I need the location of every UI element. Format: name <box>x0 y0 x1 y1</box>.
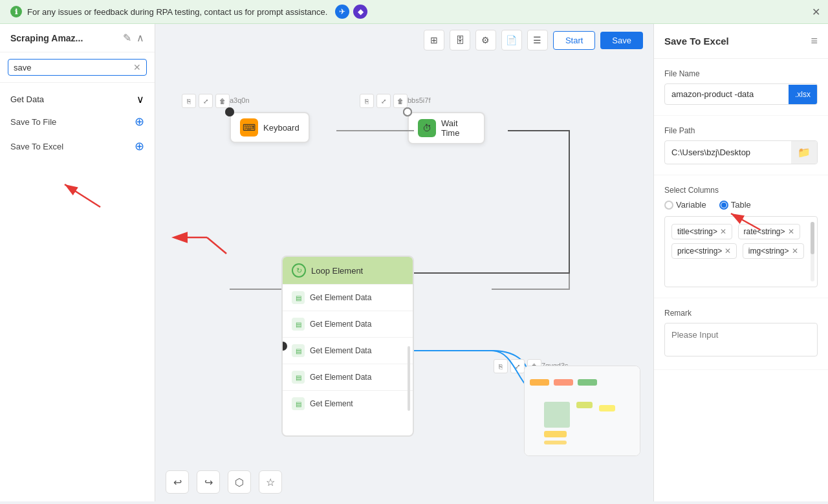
keyboard-node-label: Keyboard <box>263 123 300 133</box>
wait-node-id: bbs5i7f <box>408 96 430 104</box>
mini-block-8 <box>544 441 567 444</box>
panel-menu-icon[interactable]: ≡ <box>811 34 818 48</box>
wait-delete-btn[interactable]: 🗑 <box>393 94 408 108</box>
folder-icon[interactable]: 📁 <box>791 141 817 164</box>
wait-node-label: Wait Time <box>441 118 475 138</box>
right-panel-title: Save To Excel <box>664 36 729 47</box>
sidebar-item-save-to-excel[interactable]: Save To Excel ⊕ <box>0 134 155 159</box>
columns-scrollbar[interactable] <box>811 222 814 281</box>
discord-icon[interactable]: ◆ <box>353 5 367 19</box>
database-icon-btn[interactable]: 🗄 <box>450 30 470 50</box>
column-tag-rate-label: rate<string> <box>744 227 785 236</box>
keyboard-copy-btn[interactable]: ⎘ <box>182 94 196 108</box>
excel-copy-btn[interactable]: ⎘ <box>494 359 508 373</box>
select-columns-label: Select Columns <box>664 186 818 195</box>
canvas-toolbar: ⊞ 🗄 ⚙ 📄 ☰ Start Save <box>155 24 653 56</box>
loop-item-4-icon: ▤ <box>292 397 305 410</box>
search-clear-button[interactable]: ✕ <box>133 62 141 72</box>
keyboard-delete-btn[interactable]: 🗑 <box>215 94 230 108</box>
edit-icon[interactable]: ✎ <box>123 32 131 44</box>
save-to-excel-add-icon[interactable]: ⊕ <box>135 139 144 153</box>
right-panel: Save To Excel ≡ File Name amazon-product… <box>653 24 828 501</box>
collapse-icon[interactable]: ∧ <box>136 32 144 44</box>
file-name-section: File Name amazon-product -data .xlsx <box>654 59 828 116</box>
settings-icon-btn[interactable]: ⚙ <box>475 30 496 50</box>
keyboard-node[interactable]: ⌨ Keyboard <box>230 112 310 143</box>
file-name-input[interactable]: amazon-product -data <box>665 84 789 104</box>
table-radio[interactable]: Table <box>719 200 751 210</box>
keyboard-right-connector <box>225 107 234 116</box>
sidebar-section-get-data: Get Data ∨ Save To File ⊕ Save To Excel … <box>0 83 155 165</box>
mini-block-1 <box>530 379 549 386</box>
keyboard-node-id: a3q0n <box>230 96 250 104</box>
sidebar-section-header[interactable]: Get Data ∨ <box>0 89 155 109</box>
sidebar-search: ✕ <box>0 52 155 83</box>
list-icon-btn[interactable]: ☰ <box>527 30 548 50</box>
right-panel-header: Save To Excel ≡ <box>654 24 828 59</box>
keyboard-node-controls: ⎘ ⤢ 🗑 <box>182 94 230 108</box>
column-tag-img: img<string> ✕ <box>743 243 804 259</box>
file-name-ext: .xlsx <box>789 85 817 104</box>
info-icon: ℹ <box>10 6 22 17</box>
loop-scrollbar[interactable] <box>408 346 410 411</box>
sidebar-header: Scraping Amaz... ✎ ∧ <box>0 24 155 52</box>
column-tag-price-remove[interactable]: ✕ <box>724 247 731 256</box>
column-tag-rate-remove[interactable]: ✕ <box>788 227 794 236</box>
table-icon-btn[interactable]: ⊞ <box>424 30 444 50</box>
telegram-icon[interactable]: ✈ <box>335 5 349 19</box>
loop-item-2[interactable]: ▤ Get Element Data <box>283 337 413 364</box>
wait-move-btn[interactable]: ⤢ <box>376 94 391 108</box>
sidebar-title: Scraping Amaz... <box>10 33 83 43</box>
remark-input[interactable] <box>664 323 818 356</box>
column-tag-img-remove[interactable]: ✕ <box>792 247 798 256</box>
loop-item-1-icon: ▤ <box>292 318 305 331</box>
save-button[interactable]: Save <box>600 32 643 49</box>
banner-close-button[interactable]: ✕ <box>812 6 820 18</box>
file-path-section: File Path C:\Users\bzj\Desktop 📁 <box>654 116 828 175</box>
section-collapse-icon: ∨ <box>136 93 144 105</box>
excel-move-btn[interactable]: ⤢ <box>510 359 525 373</box>
search-input[interactable] <box>14 63 129 72</box>
loop-item-2-label: Get Element Data <box>310 346 371 355</box>
loop-item-0[interactable]: ▤ Get Element Data <box>283 284 413 311</box>
file-path-input-wrapper: C:\Users\bzj\Desktop 📁 <box>664 140 818 164</box>
undo-button[interactable]: ↩ <box>166 470 189 494</box>
file-name-input-wrapper: amazon-product -data .xlsx <box>664 83 818 105</box>
canvas-area: ⊞ 🗄 ⚙ 📄 ☰ Start Save <box>155 24 653 501</box>
save-to-excel-label: Save To Excel <box>10 142 63 151</box>
mini-block-4 <box>544 402 570 428</box>
loop-item-1[interactable]: ▤ Get Element Data <box>283 311 413 337</box>
loop-container: q9i65ld ⎘ ⤢ 🗑 ↻ Loop Element ▤ Get Eleme… <box>281 256 414 437</box>
loop-item-2-icon: ▤ <box>292 344 305 357</box>
loop-header: ↻ Loop Element <box>283 257 413 284</box>
save-to-file-label: Save To File <box>10 117 56 127</box>
wait-copy-btn[interactable]: ⎘ <box>360 94 374 108</box>
loop-item-4-label: Get Element <box>310 399 353 408</box>
start-button[interactable]: Start <box>553 31 595 50</box>
wait-node[interactable]: ⏱ Wait Time <box>408 112 485 144</box>
column-tag-price-label: price<string> <box>677 247 722 256</box>
save-to-file-add-icon[interactable]: ⊕ <box>135 115 144 129</box>
loop-item-3[interactable]: ▤ Get Element Data <box>283 364 413 390</box>
remark-label: Remark <box>664 309 818 318</box>
column-tag-title: title<string> ✕ <box>671 224 732 239</box>
loop-item-3-label: Get Element Data <box>310 373 371 382</box>
column-tag-title-remove[interactable]: ✕ <box>720 227 726 236</box>
file-path-input[interactable]: C:\Users\bzj\Desktop <box>665 142 791 162</box>
cube-button[interactable]: ⬡ <box>228 470 251 494</box>
variable-radio-circle <box>664 201 673 210</box>
star-button[interactable]: ☆ <box>259 470 282 494</box>
column-tag-img-label: img<string> <box>748 247 789 256</box>
file-path-label: File Path <box>664 126 818 135</box>
search-wrapper: ✕ <box>8 59 147 76</box>
loop-item-3-icon: ▤ <box>292 371 305 384</box>
loop-item-4[interactable]: ▤ Get Element <box>283 390 413 417</box>
redo-button[interactable]: ↪ <box>197 470 220 494</box>
sidebar-item-save-to-file[interactable]: Save To File ⊕ <box>0 109 155 134</box>
variable-radio[interactable]: Variable <box>664 200 706 210</box>
keyboard-move-btn[interactable]: ⤢ <box>199 94 213 108</box>
file-icon-btn[interactable]: 📄 <box>501 30 522 50</box>
mini-block-5 <box>576 402 593 408</box>
column-tag-title-label: title<string> <box>677 227 717 236</box>
wait-node-icon: ⏱ <box>418 119 436 137</box>
